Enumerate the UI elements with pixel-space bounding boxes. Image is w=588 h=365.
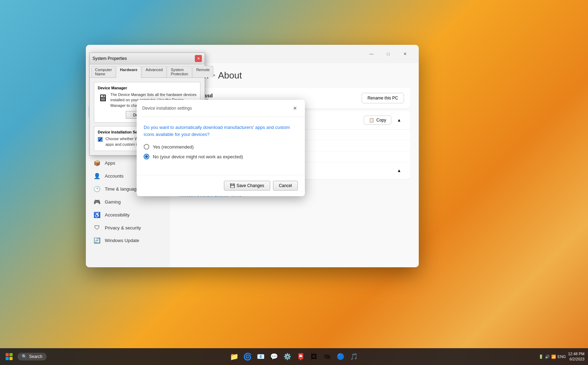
update-icon: 🔄: [94, 237, 101, 244]
tab-hardware[interactable]: Hardware: [116, 66, 141, 78]
sidebar-item-label: Privacy & security: [105, 225, 141, 230]
sidebar-item-label: Accounts: [105, 173, 123, 179]
maximize-button[interactable]: □: [380, 48, 396, 60]
taskbar-store[interactable]: 🛍: [321, 350, 334, 363]
tab-remote[interactable]: Remote: [192, 66, 214, 77]
save-changes-button[interactable]: 💾 Save Changes: [224, 181, 270, 191]
sidebar-item-gaming[interactable]: 🎮 Gaming: [88, 196, 168, 208]
taskbar: 🔍 Search 📁 🌀 📧 💬 ⚙️ 📮 🖼 🛍 🔵 🎵 🔋 🔊 📶 ENG …: [0, 348, 588, 365]
apps-icon: 📦: [94, 160, 101, 166]
did-title-bar: Device installation settings ✕: [137, 100, 305, 117]
did-title: Device installation settings: [142, 106, 192, 111]
sidebar-item-label: Apps: [105, 160, 115, 166]
taskbar-chrome[interactable]: 🔵: [334, 350, 347, 363]
did-question: Do you want to automatically download ma…: [144, 124, 298, 138]
radio-yes-circle: [144, 144, 149, 150]
did-divider: [137, 175, 305, 175]
clock-time: 12:48 PM: [568, 351, 584, 357]
save-icon: 💾: [230, 183, 235, 188]
collapse-bottom-button[interactable]: ▲: [394, 166, 404, 175]
language-indicator: ENG: [558, 354, 566, 359]
collapse-button[interactable]: ▲: [394, 115, 404, 125]
start-button[interactable]: [2, 350, 16, 364]
sidebar-item-privacy[interactable]: 🛡 Privacy & security: [88, 222, 168, 234]
did-close-button[interactable]: ✕: [291, 104, 299, 112]
taskbar-outlook[interactable]: 📮: [294, 350, 307, 363]
radio-no-option[interactable]: No (your device might not work as expect…: [144, 154, 298, 159]
close-button[interactable]: ✕: [397, 48, 413, 60]
sidebar-item-update[interactable]: 🔄 Windows Update: [88, 234, 168, 247]
window-controls: — □ ✕: [363, 48, 413, 60]
device-installation-dialog: Device installation settings ✕ Do you wa…: [137, 100, 305, 196]
device-install-checkbox[interactable]: ✓: [98, 137, 103, 142]
taskbar-center: 📁 🌀 📧 💬 ⚙️ 📮 🖼 🛍 🔵 🎵: [228, 350, 360, 363]
tab-system-protection[interactable]: System Protection: [167, 66, 192, 77]
system-props-title: System Properties: [93, 56, 127, 61]
device-manager-title: Device Manager: [98, 86, 197, 90]
cancel-button[interactable]: Cancel: [273, 181, 298, 191]
system-props-close-button[interactable]: ✕: [195, 55, 202, 62]
clock: 12:48 PM 6/2/2023: [568, 351, 584, 362]
minimize-button[interactable]: —: [363, 48, 380, 60]
windows-logo-icon: [6, 353, 13, 360]
copy-icon: 📋: [369, 118, 374, 123]
taskbar-search-label: Search: [29, 354, 42, 359]
breadcrumb-about: About: [218, 70, 242, 81]
did-body: Do you want to automatically download ma…: [137, 117, 305, 169]
privacy-icon: 🛡: [94, 225, 101, 231]
tab-advanced[interactable]: Advanced: [142, 66, 166, 77]
radio-yes-option[interactable]: Yes (recommended): [144, 144, 298, 150]
system-props-title-bar: System Properties ✕: [90, 53, 205, 64]
sidebar-item-label: Accessibility: [105, 212, 130, 218]
taskbar-left: 🔍 Search: [0, 350, 47, 364]
taskbar-search-icon: 🔍: [22, 354, 27, 359]
clock-date: 6/2/2023: [568, 357, 584, 362]
taskbar-search-box[interactable]: 🔍 Search: [18, 353, 47, 360]
taskbar-mail[interactable]: 📧: [254, 350, 267, 363]
system-props-tabs: Computer Name Hardware Advanced System P…: [90, 64, 205, 78]
did-footer: 💾 Save Changes Cancel: [137, 181, 305, 196]
taskbar-file-explorer[interactable]: 📁: [228, 350, 240, 363]
volume-icon: 🔊: [545, 354, 550, 359]
sidebar-item-accessibility[interactable]: ♿ Accessibility: [88, 209, 168, 221]
radio-no-circle: [144, 154, 149, 159]
device-manager-icon: 🖥: [98, 92, 108, 104]
rename-pc-button[interactable]: Rename this PC: [362, 93, 404, 103]
sidebar-item-label: Windows Update: [105, 238, 139, 243]
gaming-icon: 🎮: [94, 199, 101, 205]
taskbar-right: 🔋 🔊 📶 ENG 12:48 PM 6/2/2023: [539, 351, 588, 362]
radio-no-label: No (your device might not work as expect…: [153, 154, 243, 159]
sidebar-item-label: Gaming: [105, 199, 121, 205]
copy-label: Copy: [376, 118, 386, 123]
radio-yes-label: Yes (recommended): [153, 144, 194, 150]
system-tray: 🔋 🔊 📶 ENG: [539, 354, 566, 359]
taskbar-settings[interactable]: ⚙️: [281, 350, 294, 363]
time-icon: 🕐: [94, 186, 101, 192]
accounts-icon: 👤: [94, 173, 101, 179]
taskbar-edge[interactable]: 🌀: [241, 350, 254, 363]
accessibility-icon: ♿: [94, 212, 101, 218]
battery-icon: 🔋: [539, 354, 543, 359]
taskbar-photos[interactable]: 🖼: [308, 350, 320, 363]
save-label: Save Changes: [237, 183, 264, 188]
taskbar-teams[interactable]: 💬: [268, 350, 280, 363]
network-tray-icon: 📶: [551, 354, 556, 359]
taskbar-media[interactable]: 🎵: [348, 350, 360, 363]
sidebar-item-label: Time & language: [105, 186, 139, 192]
copy-button[interactable]: 📋 Copy: [364, 116, 391, 125]
tab-computer-name[interactable]: Computer Name: [91, 66, 116, 77]
